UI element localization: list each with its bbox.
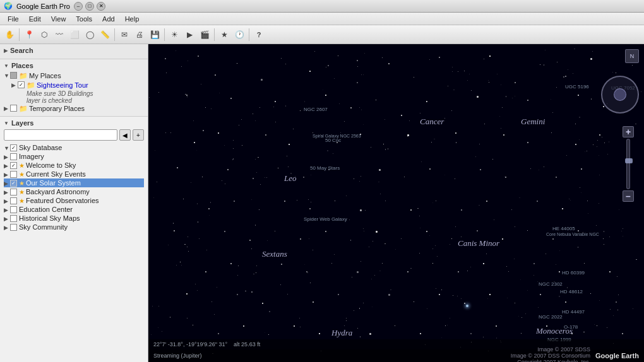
star (168, 245, 169, 245)
featured-obs-label: Featured Observatories (26, 197, 99, 204)
maximize-button[interactable]: □ (85, 2, 94, 11)
layer-welcome-sky[interactable]: ▶ ★ Welcome to Sky (4, 161, 144, 170)
star (417, 208, 418, 209)
sky-button[interactable]: ★ (217, 28, 231, 42)
star (609, 271, 611, 272)
star (461, 209, 462, 211)
star (496, 325, 497, 327)
print-button[interactable]: 🖨 (133, 28, 146, 42)
sightseeing-checkbox[interactable] (18, 81, 25, 88)
history-button[interactable]: 🕐 (232, 28, 246, 42)
historical-sky-checkbox[interactable] (10, 215, 17, 222)
star (455, 132, 456, 134)
star (470, 333, 472, 334)
circle-button[interactable]: ◯ (83, 28, 97, 42)
star (218, 132, 219, 134)
status-bar: Streaming (Jupiter) Image © 2007 SDSS Im… (148, 349, 644, 362)
star (354, 310, 354, 311)
map-area[interactable]: Cancer Gemini Leo Canis Minor Sextans Hy… (148, 44, 644, 362)
places-section: ▼ Places ▼ 📁 My Places ▶ 📁 Sightseeing T… (0, 59, 148, 117)
star (540, 64, 540, 65)
education-toggle: ▶ (4, 207, 10, 213)
coords-text: 22°7' -31.8°, -19°19'9.26" 31° (153, 341, 227, 347)
star (149, 97, 150, 98)
sightseeing-tour-item[interactable]: ▶ 📁 Sightseeing Tour (4, 81, 144, 90)
star (556, 177, 557, 178)
layer-imagery[interactable]: ▶ Imagery (4, 152, 144, 161)
star (300, 238, 301, 240)
star (278, 168, 278, 168)
layer-solar-system[interactable]: ▶ ★ Our Solar System (4, 178, 144, 187)
help-button[interactable]: ? (252, 28, 266, 42)
zoom-in-button[interactable]: + (623, 126, 634, 137)
tour-button[interactable]: ▶ (182, 28, 196, 42)
layers-section: ▼ Layers ◀ + ▼ Sky Database ▶ Imagery (0, 117, 148, 362)
placemark-button[interactable]: 📍 (22, 28, 36, 42)
zoom-track[interactable] (626, 139, 630, 189)
menu-view[interactable]: View (46, 13, 71, 25)
star (507, 298, 508, 298)
layer-current-sky-events[interactable]: ▶ ★ Current Sky Events (4, 170, 144, 178)
temporary-places-item[interactable]: ▶ 📁 Temporary Places (4, 104, 144, 114)
star (237, 275, 238, 276)
save-button[interactable]: 💾 (148, 28, 162, 42)
star (461, 236, 462, 237)
star (385, 201, 386, 201)
menu-help[interactable]: Help (120, 13, 145, 25)
education-checkbox[interactable] (10, 206, 17, 213)
navigation-ring[interactable] (601, 76, 639, 114)
solar-system-checkbox[interactable] (10, 180, 17, 187)
star (360, 134, 361, 135)
menu-add[interactable]: Add (97, 13, 120, 25)
zoom-out-button[interactable]: – (623, 190, 634, 202)
north-up-button[interactable]: N (625, 49, 639, 63)
my-places-checkbox[interactable] (10, 72, 17, 79)
star (544, 64, 544, 65)
menu-tools[interactable]: Tools (71, 13, 97, 25)
alt-text: alt 25.63 ft (234, 341, 260, 347)
welcome-sky-checkbox[interactable] (10, 162, 17, 169)
minimize-button[interactable]: – (74, 2, 83, 11)
layer-sky-community[interactable]: ▶ Sky Community (4, 223, 144, 231)
sky-events-checkbox[interactable] (10, 171, 17, 178)
menu-edit[interactable]: Edit (24, 13, 46, 25)
layer-search-input[interactable] (4, 129, 117, 141)
star (385, 119, 385, 120)
layer-featured-obs[interactable]: ▶ ★ Featured Observatories (4, 196, 144, 205)
hand-tool-button[interactable]: ✋ (3, 28, 16, 42)
email-button[interactable]: ✉ (117, 28, 131, 42)
star (618, 295, 619, 295)
layer-search-back-button[interactable]: ◀ (119, 129, 131, 141)
movie-button[interactable]: 🎬 (198, 28, 212, 42)
ruler-button[interactable]: 📏 (98, 28, 112, 42)
menu-file[interactable]: File (3, 13, 24, 25)
backyard-checkbox[interactable] (10, 189, 17, 196)
sun-button[interactable]: ☀ (167, 28, 181, 42)
temporary-places-checkbox[interactable] (10, 105, 17, 112)
path-button[interactable]: 〰 (52, 28, 66, 42)
star (503, 134, 504, 136)
toolbar-separator-3 (164, 28, 165, 41)
imagery-label: Imagery (19, 153, 44, 160)
star (571, 333, 573, 334)
historical-sky-label: Historical Sky Maps (19, 214, 80, 222)
featured-obs-checkbox[interactable] (10, 197, 17, 204)
sky-community-checkbox[interactable] (10, 224, 17, 231)
layer-search-add-button[interactable]: + (133, 129, 144, 141)
overlay-button[interactable]: ⬜ (68, 28, 81, 42)
layer-historical-sky[interactable]: ▶ Historical Sky Maps (4, 214, 144, 223)
imagery-checkbox[interactable] (10, 153, 17, 160)
close-button[interactable]: ✕ (97, 2, 105, 11)
layer-education-center[interactable]: ▶ Education Center (4, 205, 144, 214)
star (311, 202, 311, 202)
star (487, 298, 488, 299)
sky-db-checkbox[interactable] (10, 144, 17, 151)
layer-sky-database[interactable]: ▼ Sky Database (4, 143, 144, 152)
places-my-places-item[interactable]: ▼ 📁 My Places (4, 71, 144, 81)
star (376, 231, 378, 233)
polygon-button[interactable]: ⬡ (37, 28, 51, 42)
layer-backyard-astronomy[interactable]: ▶ ★ Backyard Astronomy (4, 187, 144, 196)
star (437, 256, 438, 257)
star (245, 291, 246, 291)
star (552, 238, 554, 240)
